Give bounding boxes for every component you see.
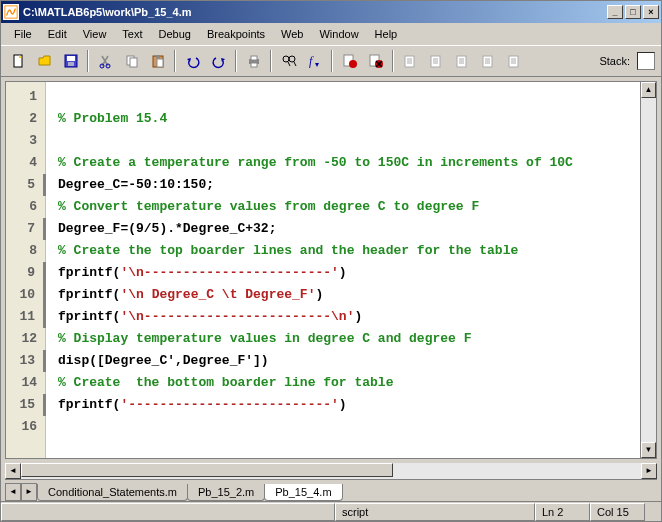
code-line[interactable] (58, 130, 640, 152)
svg-rect-13 (251, 56, 257, 60)
menu-file[interactable]: File (7, 26, 39, 42)
scroll-thumb[interactable] (21, 463, 393, 477)
line-number[interactable]: 1 (6, 86, 45, 108)
svg-point-15 (283, 56, 289, 62)
document-tab[interactable]: Conditional_Statements.m (37, 484, 188, 501)
find-button[interactable] (277, 50, 300, 72)
set-breakpoint-button[interactable] (338, 50, 361, 72)
line-number[interactable]: 12 (6, 328, 45, 350)
code-line[interactable] (58, 416, 640, 438)
close-button[interactable]: × (643, 5, 659, 19)
svg-point-16 (289, 56, 295, 62)
function-button[interactable]: f▾ (303, 50, 326, 72)
tab-scroll-left[interactable]: ◄ (5, 483, 21, 501)
tab-scroll-right[interactable]: ► (21, 483, 37, 501)
editor-window: C:\MATLAB6p5\work\Pb_15_4.m _ □ × File E… (0, 0, 662, 522)
statusbar: script Ln 2 Col 15 (1, 501, 661, 521)
menu-text[interactable]: Text (115, 26, 149, 42)
document-tab[interactable]: Pb_15_2.m (187, 484, 265, 501)
svg-rect-11 (157, 59, 163, 67)
menu-view[interactable]: View (76, 26, 114, 42)
line-number[interactable]: 3 (6, 130, 45, 152)
clear-breakpoint-button[interactable] (364, 50, 387, 72)
line-number[interactable]: 8 (6, 240, 45, 262)
step-button[interactable] (399, 50, 422, 72)
stack-selector[interactable] (637, 52, 655, 70)
code-line[interactable]: Degree_F=(9/5).*Degree_C+32; (58, 218, 640, 240)
cut-button[interactable] (94, 50, 117, 72)
redo-button[interactable] (207, 50, 230, 72)
status-message (1, 503, 335, 521)
code-line[interactable]: fprintf('\n------------------------\n') (58, 306, 640, 328)
scroll-right-arrow[interactable]: ► (641, 463, 657, 479)
line-number[interactable]: 10 (6, 284, 46, 306)
scroll-left-arrow[interactable]: ◄ (5, 463, 21, 479)
new-file-button[interactable] (7, 50, 30, 72)
print-button[interactable] (242, 50, 265, 72)
svg-rect-14 (251, 63, 257, 67)
menu-window[interactable]: Window (312, 26, 365, 42)
menubar: File Edit View Text Debug Breakpoints We… (1, 23, 661, 45)
toolbar-separator (235, 50, 237, 72)
code-area[interactable]: % Problem 15.4% Create a temperature ran… (46, 82, 640, 458)
line-number[interactable]: 6 (6, 196, 45, 218)
scroll-track[interactable] (21, 463, 641, 479)
open-file-button[interactable] (33, 50, 56, 72)
menu-edit[interactable]: Edit (41, 26, 74, 42)
copy-button[interactable] (120, 50, 143, 72)
tab-list: Conditional_Statements.mPb_15_2.mPb_15_4… (37, 484, 342, 501)
code-line[interactable]: Degree_C=-50:10:150; (58, 174, 640, 196)
svg-rect-8 (130, 58, 137, 67)
code-line[interactable] (58, 86, 640, 108)
code-line[interactable]: disp([Degree_C',Degree_F']) (58, 350, 640, 372)
code-line[interactable]: % Create the top boarder lines and the h… (58, 240, 640, 262)
minimize-button[interactable]: _ (607, 5, 623, 19)
svg-point-20 (349, 60, 357, 68)
svg-text:f: f (309, 54, 314, 68)
paste-button[interactable] (146, 50, 169, 72)
line-number[interactable]: 16 (6, 416, 45, 438)
scroll-up-arrow[interactable]: ▲ (641, 82, 656, 98)
svg-rect-3 (67, 56, 75, 61)
line-number[interactable]: 2 (6, 108, 45, 130)
maximize-button[interactable]: □ (625, 5, 641, 19)
vertical-scrollbar[interactable]: ▲ ▼ (640, 82, 656, 458)
toolbar-separator (392, 50, 394, 72)
line-number[interactable]: 5 (6, 174, 46, 196)
line-number[interactable]: 15 (6, 394, 46, 416)
horizontal-scrollbar[interactable]: ◄ ► (5, 463, 657, 479)
line-number[interactable]: 13 (6, 350, 46, 372)
line-number[interactable]: 7 (6, 218, 46, 240)
step-out-button[interactable] (451, 50, 474, 72)
menu-web[interactable]: Web (274, 26, 310, 42)
line-number[interactable]: 14 (6, 372, 45, 394)
step-in-button[interactable] (425, 50, 448, 72)
line-number[interactable]: 4 (6, 152, 45, 174)
code-line[interactable]: % Problem 15.4 (58, 108, 640, 130)
menu-debug[interactable]: Debug (152, 26, 198, 42)
code-line[interactable]: % Create the bottom boarder line for tab… (58, 372, 640, 394)
code-line[interactable]: fprintf('--------------------------') (58, 394, 640, 416)
code-line[interactable]: % Create a temperature range from -50 to… (58, 152, 640, 174)
code-line[interactable]: % Display temperature values in degree C… (58, 328, 640, 350)
scroll-track[interactable] (641, 98, 656, 442)
toolbar-separator (270, 50, 272, 72)
code-line[interactable]: fprintf('\n------------------------') (58, 262, 640, 284)
document-tab[interactable]: Pb_15_4.m (264, 484, 342, 501)
save-button[interactable] (59, 50, 82, 72)
app-icon (3, 4, 19, 20)
continue-button[interactable] (477, 50, 500, 72)
line-number[interactable]: 11 (6, 306, 46, 328)
scroll-down-arrow[interactable]: ▼ (641, 442, 656, 458)
titlebar[interactable]: C:\MATLAB6p5\work\Pb_15_4.m _ □ × (1, 1, 661, 23)
toolbar: f▾ Stack: (1, 45, 661, 77)
exit-debug-button[interactable] (503, 50, 526, 72)
line-number[interactable]: 9 (6, 262, 46, 284)
menu-breakpoints[interactable]: Breakpoints (200, 26, 272, 42)
code-line[interactable]: fprintf('\n Degree_C \t Degree_F') (58, 284, 640, 306)
menu-help[interactable]: Help (368, 26, 405, 42)
undo-button[interactable] (181, 50, 204, 72)
code-line[interactable]: % Convert temperature values from degree… (58, 196, 640, 218)
status-mode: script (335, 503, 535, 521)
line-number-gutter: 12345678910111213141516 (6, 82, 46, 458)
